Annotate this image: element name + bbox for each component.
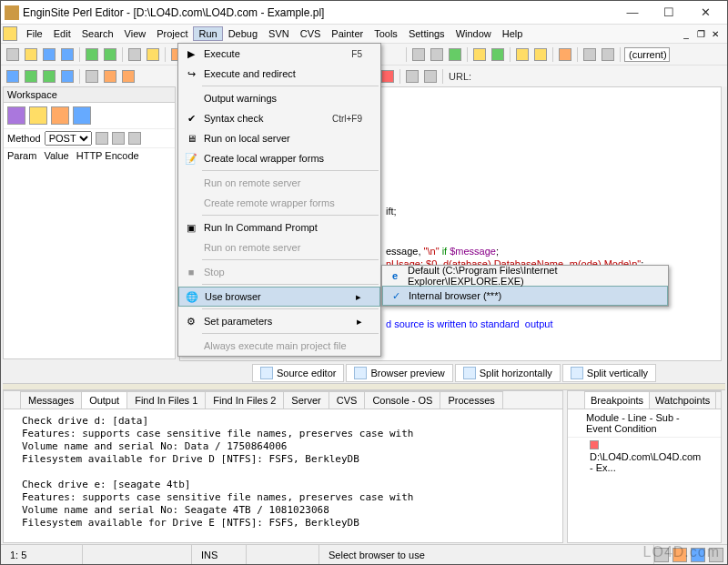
tab-console[interactable]: Console - OS bbox=[364, 391, 440, 409]
tab-actions[interactable]: Actions bbox=[715, 391, 721, 409]
current-combo[interactable]: (current) bbox=[624, 47, 670, 62]
status-position: 1: 5 bbox=[1, 545, 83, 564]
tb-find-icon[interactable] bbox=[145, 46, 161, 63]
tab-cvs[interactable]: CVS bbox=[329, 391, 366, 409]
tb-misc1-icon[interactable] bbox=[410, 46, 427, 63]
submenu-item-default-browser[interactable]: eDefault (C:\Program Files\Internet Expl… bbox=[382, 266, 668, 286]
tb-zoom2-icon[interactable] bbox=[532, 46, 549, 63]
menu-tools[interactable]: Tools bbox=[369, 26, 403, 41]
menu-item-output-warnings[interactable]: Output warnings bbox=[178, 88, 380, 108]
ws-act3-icon[interactable] bbox=[128, 132, 141, 145]
menu-item-run-local[interactable]: 🖥Run on local server bbox=[178, 128, 380, 148]
menu-painter[interactable]: Painter bbox=[326, 26, 369, 41]
tab-split-horizontal[interactable]: Split horizontally bbox=[455, 364, 561, 382]
col-value[interactable]: Value bbox=[44, 150, 68, 161]
tb-zoom-icon[interactable] bbox=[514, 46, 531, 63]
tab-processes[interactable]: Processes bbox=[440, 391, 502, 409]
menu-edit[interactable]: Edit bbox=[48, 26, 76, 41]
menu-search[interactable]: Search bbox=[76, 26, 119, 41]
tb-misc3-icon[interactable] bbox=[447, 46, 463, 63]
menu-window[interactable]: Window bbox=[450, 26, 497, 41]
output-tabs: Messages Output Find In Files 1 Find In … bbox=[4, 391, 562, 409]
menu-cvs[interactable]: CVS bbox=[295, 26, 327, 41]
tab-watchpoints[interactable]: Watchpoints bbox=[649, 391, 716, 409]
menu-item-run-cmd[interactable]: ▣Run In Command Prompt bbox=[178, 217, 380, 237]
tab-find2[interactable]: Find In Files 2 bbox=[205, 391, 284, 409]
ws-btn-ab-icon[interactable] bbox=[7, 106, 25, 125]
tb2-user-icon[interactable] bbox=[404, 68, 420, 85]
status-icon-1[interactable] bbox=[654, 548, 669, 562]
ws-btn-paste-icon[interactable] bbox=[51, 106, 69, 125]
tab-messages[interactable]: Messages bbox=[20, 391, 82, 409]
use-browser-submenu: eDefault (C:\Program Files\Internet Expl… bbox=[381, 265, 669, 307]
menu-file[interactable]: File bbox=[21, 26, 48, 41]
tab-breakpoints[interactable]: Breakpoints bbox=[584, 391, 650, 409]
breakpoint-row[interactable]: D:\LO4D.com\LO4D.com - Ex... bbox=[568, 438, 721, 476]
tab-find1[interactable]: Find In Files 1 bbox=[126, 391, 206, 409]
window-title: EnginSite Perl Editor - [D:\LO4D.com\LO4… bbox=[23, 6, 614, 19]
mdi-close-icon[interactable]: ✕ bbox=[709, 29, 722, 39]
menu-svn[interactable]: SVN bbox=[263, 26, 295, 41]
tb2-e-icon[interactable] bbox=[84, 68, 100, 85]
tb-search-icon[interactable] bbox=[471, 46, 488, 63]
tab-server[interactable]: Server bbox=[283, 391, 329, 409]
maximize-button[interactable]: ☐ bbox=[651, 2, 687, 24]
menu-debug[interactable]: Debug bbox=[223, 26, 263, 41]
output-text[interactable]: Check drive d: [data] Features: supports… bbox=[4, 409, 562, 535]
col-param[interactable]: Param bbox=[7, 150, 36, 161]
status-icon-4[interactable] bbox=[709, 548, 723, 562]
mdi-restore-icon[interactable]: ❐ bbox=[694, 29, 707, 39]
submenu-item-internal-browser[interactable]: ✓Internal browser (***) bbox=[382, 286, 668, 306]
tb-saveall-icon[interactable] bbox=[59, 46, 76, 63]
status-icon-2[interactable] bbox=[672, 548, 687, 562]
tb-misc2-icon[interactable] bbox=[429, 46, 445, 63]
menu-item-execute[interactable]: ▶ExecuteF5 bbox=[178, 44, 380, 64]
view-tabs: Source editor Browser preview Split hori… bbox=[252, 363, 656, 383]
tb-new-icon[interactable] bbox=[5, 46, 21, 63]
close-button[interactable]: ✕ bbox=[687, 2, 723, 24]
horizontal-splitter[interactable] bbox=[3, 383, 725, 390]
ws-act1-icon[interactable] bbox=[96, 132, 108, 145]
ws-btn-open-icon[interactable] bbox=[29, 106, 47, 125]
tb2-c-icon[interactable] bbox=[41, 68, 57, 85]
ws-act2-icon[interactable] bbox=[112, 132, 125, 145]
minimize-button[interactable]: — bbox=[614, 2, 651, 24]
tb-globe-icon[interactable] bbox=[84, 46, 100, 63]
tab-browser-preview[interactable]: Browser preview bbox=[346, 364, 452, 382]
tb-open-icon[interactable] bbox=[23, 46, 39, 63]
tb-globe2-icon[interactable] bbox=[490, 46, 506, 63]
tb-bolt-icon[interactable] bbox=[557, 46, 573, 63]
menu-item-create-local-wrapper[interactable]: 📝Create local wrapper forms bbox=[178, 148, 380, 168]
mdi-minimize-icon[interactable]: _ bbox=[680, 29, 693, 39]
tb2-d-icon[interactable] bbox=[59, 68, 76, 85]
menu-item-set-parameters[interactable]: ⚙Set parameters▸ bbox=[178, 311, 380, 331]
menu-help[interactable]: Help bbox=[497, 26, 529, 41]
status-hint: Select browser to use bbox=[319, 545, 654, 564]
tb2-b-icon[interactable] bbox=[23, 68, 39, 85]
status-icon-3[interactable] bbox=[691, 548, 705, 562]
tb-win-icon[interactable] bbox=[581, 46, 598, 63]
tb2-info-icon[interactable] bbox=[422, 68, 439, 85]
tb-print-icon[interactable] bbox=[126, 46, 143, 63]
tb2-g-icon[interactable] bbox=[120, 68, 136, 85]
tb-save-icon[interactable] bbox=[41, 46, 57, 63]
menu-item-execute-redirect[interactable]: ↪Execute and redirect bbox=[178, 64, 380, 84]
tb-refresh-icon[interactable] bbox=[102, 46, 118, 63]
tb2-del-icon[interactable] bbox=[379, 68, 396, 85]
menu-view[interactable]: View bbox=[119, 26, 152, 41]
menu-run[interactable]: Run bbox=[193, 26, 222, 41]
menu-item-syntax-check[interactable]: ✔Syntax checkCtrl+F9 bbox=[178, 108, 380, 128]
tab-output[interactable]: Output bbox=[81, 391, 127, 409]
col-encode[interactable]: HTTP Encode bbox=[76, 150, 139, 161]
debugger-columns[interactable]: Module - Line - Sub - Event Condition bbox=[568, 409, 721, 438]
tb-win2-icon[interactable] bbox=[600, 46, 616, 63]
tab-source-editor[interactable]: Source editor bbox=[252, 364, 344, 382]
menu-item-use-browser[interactable]: 🌐Use browser▸ bbox=[178, 287, 380, 307]
ws-btn-help-icon[interactable] bbox=[73, 106, 91, 125]
tab-split-vertical[interactable]: Split vertically bbox=[562, 364, 656, 382]
tb2-f-icon[interactable] bbox=[102, 68, 118, 85]
menu-settings[interactable]: Settings bbox=[403, 26, 450, 41]
menu-project[interactable]: Project bbox=[151, 26, 193, 41]
tb2-a-icon[interactable] bbox=[5, 68, 21, 85]
method-select[interactable]: POST bbox=[45, 131, 92, 146]
